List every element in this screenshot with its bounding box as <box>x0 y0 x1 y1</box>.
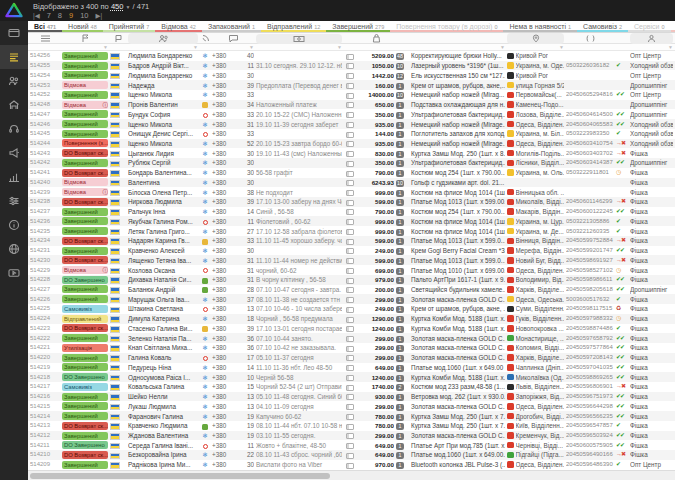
product-name[interactable]: Платье Мод 1010 (1шт. х 699.00... <box>411 266 505 275</box>
product-name[interactable]: Крем от шрамов, рубцов, акне,... <box>411 81 505 90</box>
tracking-number[interactable]: 20450599752884 <box>566 236 614 245</box>
status-cell[interactable]: DO Возврат ск...ⓘ <box>62 237 108 245</box>
product-name[interactable]: Немецкий набор ножей (Mirage... <box>411 120 505 129</box>
tracking-number[interactable]: 20450603410754 <box>566 139 614 148</box>
table-row[interactable]: 514226 Завершенийⓘ Марущак Ольга Іва... … <box>28 294 675 304</box>
product-name[interactable]: Корректирующие брюки Holly... <box>411 51 505 60</box>
client-name[interactable]: Якубчак Галина Ром... <box>128 217 198 226</box>
tracking-number[interactable]: 20450598527102 <box>566 266 614 275</box>
status-cell[interactable]: Відмоваⓘ <box>62 101 108 109</box>
client-phone[interactable]: +38031 <box>212 275 254 284</box>
tracking-number[interactable]: 0503222911801 <box>566 168 614 177</box>
tracking-number[interactable]: 20450597577864 <box>566 343 614 352</box>
client-phone[interactable]: +38033 <box>212 236 254 245</box>
last-page-button[interactable]: ▶| <box>96 12 103 20</box>
chevron-down-icon[interactable]: ▼ <box>126 4 131 10</box>
app-logo-icon[interactable] <box>4 2 24 19</box>
status-cell[interactable]: DO Возврат ск...ⓘ <box>62 256 108 264</box>
table-row[interactable]: 514255 Завершенийⓘ Бадров Андрій Вікт...… <box>28 61 675 71</box>
product-name[interactable]: Платье Арт При мод.785 (1шт. х... <box>411 441 505 450</box>
table-row[interactable]: 514211 DO Завершеноⓘ Середа Галина Івані… <box>28 440 675 450</box>
product-name[interactable]: Подставка охлаждающая для н... <box>411 100 505 109</box>
client-phone[interactable]: +38031 <box>212 266 254 275</box>
client-phone[interactable]: +38033 <box>212 110 254 119</box>
sidebar-item-browser-window[interactable] <box>0 21 28 45</box>
product-name[interactable]: Костюм мод 233 разм,48-58 (1... <box>411 382 505 391</box>
delivery-location[interactable]: Чернівці, Відді... <box>507 441 564 450</box>
client-phone[interactable]: +38015 <box>212 382 254 391</box>
client-phone[interactable]: +38030 <box>212 178 254 187</box>
product-name[interactable]: Золотая маска-пленка GOLD C... <box>411 334 505 343</box>
client-name[interactable]: Кнап Світлана Миха... <box>128 343 198 352</box>
table-row[interactable]: 514238 DO Возврат ск...ⓘ Ниркова Людмила… <box>28 197 675 207</box>
client-name[interactable]: Кравченко Алексей <box>128 246 198 255</box>
client-phone[interactable]: +38017 <box>212 353 254 362</box>
status-cell[interactable]: DO Завершеноⓘ <box>62 373 108 381</box>
payment-banknote-icon[interactable] <box>256 34 342 44</box>
tracking-number[interactable]: 20450596490166 <box>566 450 614 459</box>
status-cell[interactable]: Завершенийⓘ <box>62 354 108 362</box>
client-name[interactable]: Кравченко Людмила <box>128 421 198 430</box>
tracking-number[interactable]: 0503223983350 <box>566 129 614 138</box>
product-name[interactable]: Ель искусственная 150 см *127... <box>411 71 505 80</box>
client-phone[interactable]: +38034 <box>212 100 254 109</box>
status-cell[interactable]: Завершенийⓘ <box>62 130 108 138</box>
client-name[interactable]: Іщенко Микола <box>128 90 198 99</box>
tracking-number[interactable]: 20450598117515 <box>566 304 614 313</box>
comment[interactable]: 11.10 11-44 номер не действи... <box>256 256 342 265</box>
table-row[interactable]: 514228 DO Завершеноⓘ Дихавка Наталія Си.… <box>28 275 675 285</box>
delivery-location[interactable]: Вінницька обл. ... <box>507 188 564 197</box>
tracking-number[interactable]: 20450598869265 <box>566 373 614 382</box>
tab-самовивіз[interactable]: Самовивіз2 <box>577 21 628 32</box>
ttn-brackets-icon[interactable] <box>566 34 614 43</box>
client-name[interactable]: Баланюк Андрій <box>128 285 198 294</box>
delivery-location[interactable]: Новий Буг, Відд... <box>507 256 564 265</box>
status-cell[interactable]: Завершенийⓘ <box>62 432 108 440</box>
client-name[interactable]: Пронів Валентин <box>128 100 198 109</box>
comment[interactable]: Синій , 56-58 <box>256 207 342 216</box>
comment[interactable]: Не подходит <box>256 188 342 197</box>
table-row[interactable]: 514216 Завершенийⓘ Шейко Нелли ❄ +38013 … <box>28 392 675 402</box>
tab-прийнятий[interactable]: Прийнятий7 <box>103 21 156 32</box>
shown-range-value[interactable]: 450 <box>111 2 124 11</box>
status-cell[interactable]: DO Завершеноⓘ <box>62 441 108 449</box>
client-phone[interactable]: +38036 <box>212 334 254 343</box>
page-number[interactable]: 7 <box>47 11 51 20</box>
status-cell[interactable]: DO Возврат ск...ⓘ <box>62 198 108 206</box>
tracking-number[interactable]: 20450600122245 <box>566 207 614 216</box>
product-name[interactable]: Платье Мод 1013 (1шт. х 599.0... <box>411 236 505 245</box>
comment[interactable]: 17.10 12-58 забрала фіолетов... <box>256 227 342 236</box>
delivery-location[interactable]: Украина, м. Цур... <box>507 217 564 226</box>
client-phone[interactable]: +38030 <box>212 168 254 177</box>
client-name[interactable]: Людмила Бондаренко <box>128 51 198 60</box>
table-row[interactable]: 514242 Завершенийⓘ Рублюк Сергій ❄ +3803… <box>28 158 675 168</box>
status-cell[interactable]: Відмоваⓘ <box>62 188 108 196</box>
table-row[interactable]: 514248 Відмоваⓘ Пронів Валентин +38034 Н… <box>28 100 675 110</box>
delivery-location[interactable]: Лісники, Відділ... <box>507 158 564 167</box>
product-name[interactable]: Крем от шрамов, рубцов, акне, ... <box>411 304 505 313</box>
client-name[interactable]: Іщенко Микола <box>128 139 198 148</box>
tracking-number[interactable]: 20450598874486 <box>566 324 614 333</box>
comment[interactable]: Чорний 52-54 (2 шт) Отправит... <box>256 382 342 391</box>
status-cell[interactable]: Завершенийⓘ <box>62 227 108 235</box>
table-row[interactable]: 514243 DO Возврат ск...ⓘ Цыганюк Лидия ❄… <box>28 148 675 158</box>
delivery-location[interactable]: Коломия, Відді... <box>507 343 564 352</box>
name-filter[interactable]: ▼ <box>128 44 198 50</box>
client-name[interactable]: Летяк Галина Григо... <box>128 227 198 236</box>
comment[interactable]: чорний, 60-62 <box>256 266 342 275</box>
table-row[interactable]: 514225 Самовивізⓘ Штакина Светлана +3801… <box>28 304 675 314</box>
table-row[interactable]: 514254 Завершенийⓘ Людмила Бондаренко ❄ … <box>28 70 675 80</box>
status-filter[interactable]: ▼ <box>62 44 108 50</box>
comment[interactable]: Чорний , 56-58 предумала <box>256 314 342 323</box>
status-cell[interactable]: Завершенийⓘ <box>62 52 108 60</box>
client-phone[interactable]: +38027 <box>212 227 254 236</box>
comment[interactable]: 07.10 10-42 не заказывала. <box>256 343 342 352</box>
first-page-button[interactable]: |◀ <box>33 12 40 20</box>
tracking-number[interactable]: 0503221260335 <box>566 227 614 236</box>
comment[interactable]: 11.10 11-36 нбт. Лео 48-50 <box>256 363 342 372</box>
delivery-location[interactable]: Новопокровка ... <box>507 324 564 333</box>
client-name[interactable]: Лященко Тетяна Іва... <box>128 256 198 265</box>
client-phone[interactable]: +38037 <box>212 295 254 304</box>
status-cell[interactable]: Завершенийⓘ <box>62 393 108 401</box>
client-phone[interactable]: +38030 <box>212 149 254 158</box>
